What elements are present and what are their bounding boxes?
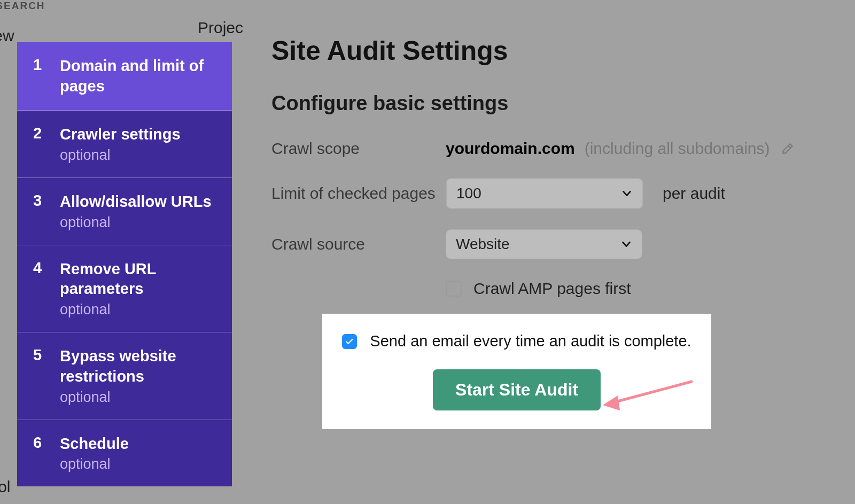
wizard-step-label: Schedule xyxy=(60,434,129,454)
chevron-down-icon xyxy=(621,188,633,199)
row-crawl-source: Crawl source Website xyxy=(271,229,815,259)
limit-pages-suffix: per audit xyxy=(663,184,725,203)
email-notify-label: Send an email every time an audit is com… xyxy=(370,332,691,350)
limit-pages-select[interactable]: 100 xyxy=(446,178,643,209)
wizard-step-number: 1 xyxy=(33,56,43,96)
wizard-step-label: Allow/disallow URLs xyxy=(60,192,212,212)
wizard-step-optional: optional xyxy=(60,301,216,318)
wizard-step-number: 3 xyxy=(33,192,43,231)
crawl-scope-domain: yourdomain.com xyxy=(446,139,575,158)
start-site-audit-button[interactable]: Start Site Audit xyxy=(433,369,601,410)
row-crawl-scope: Crawl scope yourdomain.com (including al… xyxy=(271,139,815,158)
wizard-step-optional: optional xyxy=(60,147,181,164)
limit-pages-value: 100 xyxy=(456,185,481,202)
row-crawl-amp[interactable]: Crawl AMP pages first xyxy=(446,280,815,298)
panel-subtitle: Configure basic settings xyxy=(271,92,815,115)
edit-scope-icon[interactable] xyxy=(780,141,796,157)
wizard-step-3[interactable]: 3Allow/disallow URLsoptional xyxy=(17,178,232,245)
crawl-scope-note: (including all subdomains) xyxy=(585,139,770,158)
email-notify-row[interactable]: Send an email every time an audit is com… xyxy=(342,332,691,350)
row-limit-pages: Limit of checked pages 100 per audit xyxy=(271,178,815,209)
wizard-step-5[interactable]: 5Bypass website restrictionsoptional xyxy=(17,332,232,420)
wizard-step-optional: optional xyxy=(60,456,129,472)
crawl-source-value: Website xyxy=(456,236,510,253)
wizard-step-label: Remove URL parameters xyxy=(60,259,216,299)
crawl-source-select[interactable]: Website xyxy=(446,229,642,259)
wizard-step-label: Domain and limit of pages xyxy=(60,56,216,96)
email-notify-checkbox[interactable] xyxy=(342,334,357,349)
wizard-step-number: 2 xyxy=(33,125,43,164)
crawl-scope-label: Crawl scope xyxy=(271,139,446,158)
chevron-down-icon xyxy=(620,238,632,250)
wizard-steps-sidebar: 1Domain and limit of pages2Crawler setti… xyxy=(17,42,232,486)
action-card: Send an email every time an audit is com… xyxy=(322,314,711,429)
panel-title: Site Audit Settings xyxy=(271,35,815,66)
wizard-step-2[interactable]: 2Crawler settingsoptional xyxy=(17,111,232,178)
wizard-step-number: 4 xyxy=(33,259,43,318)
wizard-step-6[interactable]: 6Scheduleoptional xyxy=(17,420,232,487)
wizard-step-label: Crawler settings xyxy=(60,125,181,145)
wizard-step-number: 6 xyxy=(33,434,43,473)
wizard-step-number: 5 xyxy=(33,346,43,405)
wizard-step-4[interactable]: 4Remove URL parametersoptional xyxy=(17,245,232,332)
limit-pages-label: Limit of checked pages xyxy=(271,184,446,203)
wizard-step-label: Bypass website restrictions xyxy=(60,346,216,386)
crawl-amp-label: Crawl AMP pages first xyxy=(473,280,631,298)
wizard-step-optional: optional xyxy=(60,214,212,231)
wizard-step-1[interactable]: 1Domain and limit of pages xyxy=(17,42,232,111)
crawl-source-label: Crawl source xyxy=(271,235,446,253)
wizard-step-optional: optional xyxy=(60,389,216,406)
crawl-amp-checkbox[interactable] xyxy=(446,281,462,297)
